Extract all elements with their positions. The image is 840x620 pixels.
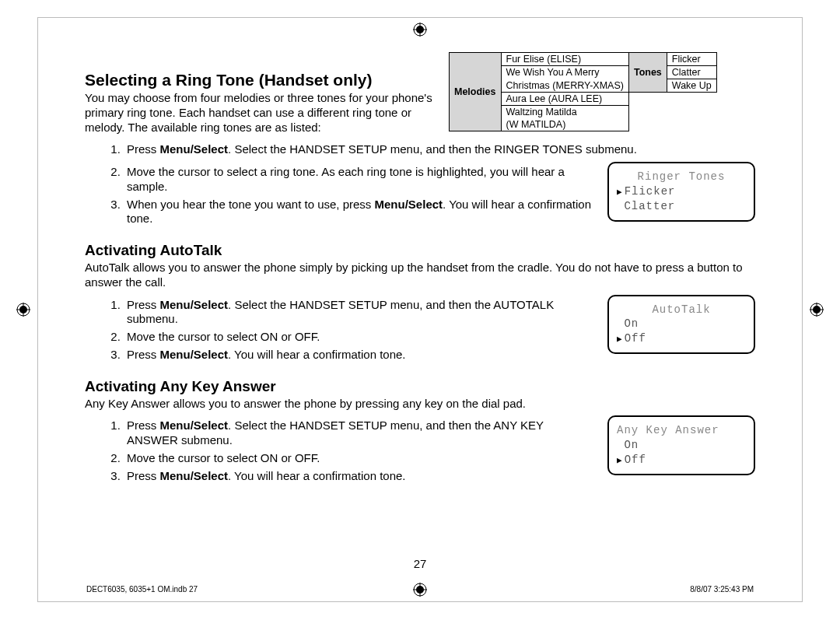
ringtone-table: Melodies Fur Elise (ELISE) Tones Flicker… (449, 52, 717, 131)
tone-cell: Wake Up (667, 79, 716, 93)
lcd-any-key-answer: Any Key Answer On Off (607, 415, 755, 475)
tones-header: Tones (628, 53, 667, 93)
lcd-title: Any Key Answer (617, 423, 746, 438)
melody-cell: (W MATILDA) (501, 118, 628, 131)
lcd-row-selected: Off (617, 331, 746, 346)
lcd-title: AutoTalk (617, 303, 746, 317)
regmark-bottom-icon (413, 583, 427, 597)
lcd-row: On (617, 317, 746, 331)
lcd-ringer-tones: Ringer Tones Flicker Clatter (607, 162, 755, 222)
step: When you hear the tone you want to use, … (124, 198, 593, 227)
section2-heading: Activating AutoTalk (85, 242, 755, 259)
page-number: 27 (414, 557, 427, 570)
section3-heading: Activating Any Key Answer (85, 378, 755, 395)
step: Move the cursor to select ON or OFF. (124, 451, 593, 466)
melody-cell: Waltzing Matilda (501, 106, 628, 119)
section1-steps: Press Menu/Select. Select the HANDSET SE… (85, 142, 755, 157)
tone-cell: Flicker (667, 53, 716, 66)
section1-heading: Selecting a Ring Tone (Handset only) (85, 71, 435, 89)
section2-steps: Press Menu/Select. Select the HANDSET SE… (85, 298, 593, 363)
regmark-top-icon (413, 23, 427, 37)
lcd-row: Clatter (617, 199, 746, 214)
step: Press Menu/Select. You will hear a confi… (124, 469, 593, 484)
lcd-row-selected: Off (617, 453, 746, 468)
step: Press Menu/Select. Select the HANDSET SE… (124, 298, 593, 328)
section1-intro: You may choose from four melodies or thr… (85, 91, 435, 135)
manual-page: Selecting a Ring Tone (Handset only) You… (37, 17, 803, 602)
section2-intro: AutoTalk allows you to answer the phone … (85, 261, 755, 290)
melodies-header: Melodies (450, 53, 502, 131)
step: Move the cursor to select a ring tone. A… (124, 165, 593, 194)
step: Press Menu/Select. Select the HANDSET SE… (124, 142, 755, 157)
section3-steps: Press Menu/Select. Select the HANDSET SE… (85, 419, 593, 483)
regmark-right-icon (810, 303, 824, 317)
step: Move the cursor to select ON or OFF. (124, 330, 593, 345)
step: Press Menu/Select. Select the HANDSET SE… (124, 419, 593, 448)
melody-cell: Christmas (MERRY-XMAS) (501, 79, 628, 93)
melody-cell: We Wish You A Merry (501, 66, 628, 79)
lcd-row-selected: Flicker (617, 184, 746, 199)
melody-cell: Fur Elise (ELISE) (501, 53, 628, 66)
footer-filename: DECT6035, 6035+1 OM.indb 27 (86, 585, 198, 594)
lcd-title: Ringer Tones (617, 170, 746, 184)
section3-intro: Any Key Answer allows you to answer the … (85, 397, 755, 412)
lcd-autotalk: AutoTalk On Off (607, 295, 755, 355)
lcd-row: On (617, 438, 746, 453)
melody-cell: Aura Lee (AURA LEE) (501, 93, 628, 106)
tone-cell: Clatter (667, 66, 716, 79)
section1-steps-cont: Move the cursor to select a ring tone. A… (85, 165, 593, 226)
regmark-left-icon (16, 303, 30, 317)
step: Press Menu/Select. You will hear a confi… (124, 348, 593, 363)
footer-timestamp: 8/8/07 3:25:43 PM (690, 585, 754, 594)
